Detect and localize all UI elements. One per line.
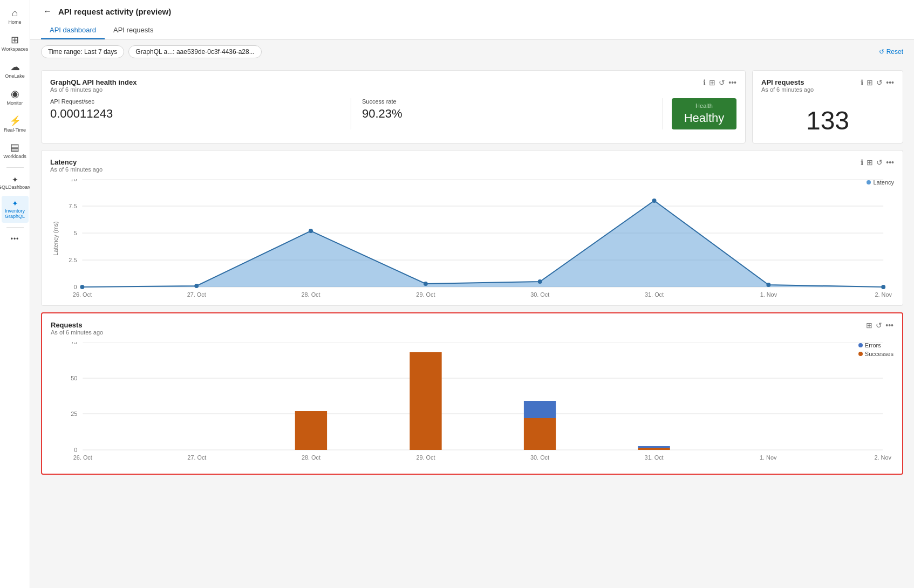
svg-text:0: 0 — [74, 447, 77, 453]
main-content: ← API request activity (preview) API das… — [30, 0, 914, 588]
sidebar-item-workloads[interactable]: ▤ Workloads — [2, 138, 29, 163]
sidebar-item-realtime[interactable]: ⚡ Real-Time — [2, 112, 29, 136]
metric-request-sec-value: 0.00011243 — [50, 107, 340, 121]
more-options-icon[interactable]: ••• — [728, 78, 736, 87]
latency-grid-icon[interactable]: ⊞ — [867, 158, 873, 167]
reset-label: Reset — [886, 48, 903, 56]
api-grid-icon[interactable]: ⊞ — [867, 78, 873, 87]
health-card-titles: GraphQL API health index As of 6 minutes… — [50, 78, 137, 93]
latency-info-icon[interactable]: ℹ — [861, 158, 863, 167]
svg-point-24 — [538, 279, 542, 284]
svg-text:5: 5 — [73, 230, 77, 236]
refresh-icon[interactable]: ↺ — [719, 78, 725, 87]
sidebar-item-workspaces[interactable]: ⊞ Workspaces — [2, 31, 29, 56]
sidebar: ⌂ Home ⊞ Workspaces ☁ OneLake ◉ Monitor … — [0, 0, 30, 588]
health-card-header: GraphQL API health index As of 6 minutes… — [50, 78, 736, 93]
bar-30oct-error — [524, 401, 556, 418]
requests-chart-title: Requests — [51, 321, 103, 329]
svg-text:29. Oct: 29. Oct — [416, 291, 435, 298]
sidebar-item-more[interactable]: ••• — [2, 232, 29, 246]
sidebar-item-gqldashboard[interactable]: ✦ GQLDashboard — [2, 172, 29, 194]
reset-button[interactable]: ↺ Reset — [879, 48, 903, 56]
errors-legend-item: Errors — [858, 342, 893, 348]
svg-point-26 — [766, 283, 770, 287]
api-info-icon[interactable]: ℹ — [861, 78, 863, 87]
svg-text:31. Oct: 31. Oct — [645, 291, 664, 298]
tab-requests[interactable]: API requests — [105, 22, 162, 39]
requests-refresh-icon[interactable]: ↺ — [876, 321, 882, 330]
requests-titles: Requests As of 6 minutes ago — [51, 321, 103, 336]
svg-point-21 — [194, 284, 199, 288]
requests-legend: Errors Successes — [858, 342, 893, 357]
info-icon[interactable]: ℹ — [703, 78, 706, 87]
health-card-icons: ℹ ⊞ ↺ ••• — [703, 78, 736, 87]
bar-31oct-error — [638, 446, 670, 448]
api-refresh-icon[interactable]: ↺ — [876, 78, 883, 87]
requests-chart-subtitle: As of 6 minutes ago — [51, 329, 103, 336]
sidebar-item-inventorygraphql[interactable]: ✦ Inventory GraphQL — [2, 196, 29, 223]
reset-icon: ↺ — [879, 48, 884, 56]
tabs: API dashboard API requests — [41, 22, 903, 39]
api-more-icon[interactable]: ••• — [886, 78, 894, 87]
svg-text:28. Oct: 28. Oct — [302, 454, 320, 461]
latency-titles: Latency As of 6 minutes ago — [50, 158, 103, 173]
svg-text:27. Oct: 27. Oct — [187, 454, 206, 461]
svg-text:27. Oct: 27. Oct — [187, 291, 206, 298]
latency-legend-dot — [867, 180, 871, 184]
latency-chart-header: Latency As of 6 minutes ago ℹ ⊞ ↺ ••• — [50, 158, 894, 173]
latency-more-icon[interactable]: ••• — [886, 158, 894, 167]
svg-text:26. Oct: 26. Oct — [73, 291, 92, 298]
requests-grid-icon[interactable]: ⊞ — [866, 321, 872, 330]
latency-legend: Latency — [867, 179, 894, 186]
back-button[interactable]: ← — [41, 5, 54, 17]
api-requests-number: 133 — [761, 106, 894, 135]
requests-chart-icons: ⊞ ↺ ••• — [866, 321, 893, 330]
requests-chart-panel: Requests As of 6 minutes ago ⊞ ↺ ••• Err… — [41, 312, 903, 475]
latency-chart-title: Latency — [50, 158, 103, 166]
more-icon: ••• — [11, 235, 19, 243]
latency-svg: 0 2.5 5 7.5 10 Latency (ms) 26. Oct 27. … — [50, 179, 894, 298]
latency-legend-label: Latency — [873, 179, 894, 186]
sidebar-divider-2 — [6, 227, 24, 228]
sidebar-label-gqldashboard: GQLDashboard — [0, 185, 32, 190]
cards-row: GraphQL API health index As of 6 minutes… — [41, 70, 903, 143]
health-card: GraphQL API health index As of 6 minutes… — [41, 70, 746, 143]
grid-icon[interactable]: ⊞ — [709, 78, 715, 87]
svg-point-20 — [80, 285, 84, 289]
api-requests-icons: ℹ ⊞ ↺ ••• — [861, 78, 894, 87]
tab-dashboard[interactable]: API dashboard — [41, 22, 105, 39]
svg-text:1. Nov: 1. Nov — [760, 291, 777, 298]
requests-more-icon[interactable]: ••• — [885, 321, 893, 330]
filter-graphql-api[interactable]: GraphQL a...: aae539de-0c3f-4436-a28... — [128, 45, 261, 58]
title-row: ← API request activity (preview) — [41, 5, 903, 17]
workloads-icon: ▤ — [10, 141, 19, 153]
svg-marker-19 — [82, 201, 883, 287]
requests-chart-header: Requests As of 6 minutes ago ⊞ ↺ ••• — [51, 321, 893, 336]
latency-refresh-icon[interactable]: ↺ — [876, 158, 883, 167]
workspaces-icon: ⊞ — [11, 34, 19, 46]
svg-text:75: 75 — [71, 342, 77, 345]
svg-text:2. Nov: 2. Nov — [875, 454, 892, 461]
errors-legend-label: Errors — [865, 342, 881, 348]
dashboard: GraphQL API health index As of 6 minutes… — [30, 64, 914, 588]
filter-time-range[interactable]: Time range: Last 7 days — [41, 45, 124, 58]
svg-point-23 — [424, 282, 428, 286]
api-requests-titles: API requests As of 6 minutes ago — [761, 78, 814, 93]
svg-point-25 — [652, 199, 657, 203]
requests-chart-area: Errors Successes 0 25 — [51, 342, 893, 466]
bar-28oct-success — [295, 411, 327, 450]
sidebar-divider — [6, 167, 24, 168]
health-card-body: API Request/sec 0.00011243 Success rate … — [50, 98, 736, 129]
sidebar-item-home[interactable]: ⌂ Home — [2, 4, 29, 29]
svg-text:Latency (ms): Latency (ms) — [52, 221, 59, 256]
svg-text:30. Oct: 30. Oct — [530, 291, 549, 298]
health-badge: Health Healthy — [672, 98, 736, 129]
sidebar-label-onelake: OneLake — [5, 74, 25, 79]
metric-success-rate-label: Success rate — [362, 98, 652, 105]
sidebar-item-monitor[interactable]: ◉ Monitor — [2, 85, 29, 110]
page-header: ← API request activity (preview) API das… — [30, 0, 914, 40]
sidebar-item-onelake[interactable]: ☁ OneLake — [2, 58, 29, 83]
latency-chart-panel: Latency As of 6 minutes ago ℹ ⊞ ↺ ••• La… — [41, 150, 903, 306]
successes-legend-item: Successes — [858, 351, 893, 357]
svg-text:1. Nov: 1. Nov — [760, 454, 777, 461]
